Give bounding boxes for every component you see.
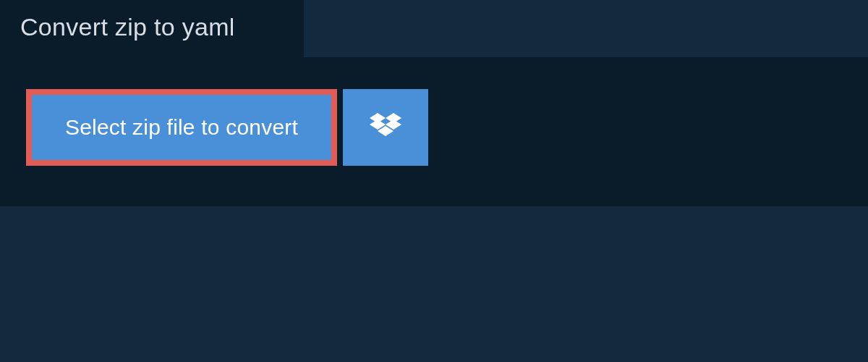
- content-panel: Select zip file to convert: [0, 57, 868, 206]
- select-file-button[interactable]: Select zip file to convert: [26, 89, 337, 166]
- select-file-label: Select zip file to convert: [65, 115, 298, 140]
- button-row: Select zip file to convert: [26, 89, 842, 166]
- tab-title: Convert zip to yaml: [20, 13, 235, 41]
- dropbox-icon: [370, 113, 401, 142]
- dropbox-button[interactable]: [343, 89, 428, 166]
- tab-bar: Convert zip to yaml: [0, 0, 868, 57]
- tab-convert[interactable]: Convert zip to yaml: [0, 0, 304, 57]
